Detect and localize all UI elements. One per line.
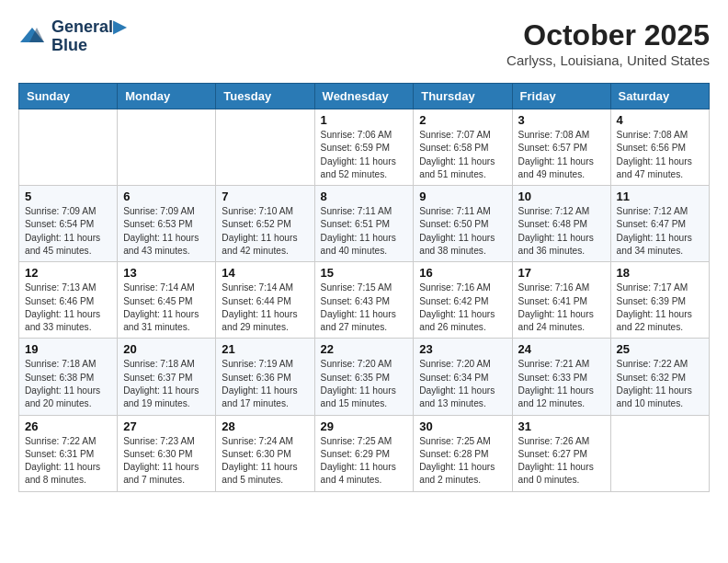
calendar-cell: 21Sunrise: 7:19 AM Sunset: 6:36 PM Dayli… xyxy=(216,339,314,415)
cell-content: Sunrise: 7:09 AM Sunset: 6:53 PM Dayligh… xyxy=(123,205,210,258)
calendar-cell: 22Sunrise: 7:20 AM Sunset: 6:35 PM Dayli… xyxy=(314,339,414,415)
calendar-cell: 9Sunrise: 7:11 AM Sunset: 6:50 PM Daylig… xyxy=(414,186,512,262)
calendar-cell xyxy=(118,109,216,186)
cell-content: Sunrise: 7:22 AM Sunset: 6:31 PM Dayligh… xyxy=(25,435,111,488)
cell-content: Sunrise: 7:06 AM Sunset: 6:59 PM Dayligh… xyxy=(321,129,408,181)
weekday-header-wednesday: Wednesday xyxy=(314,84,414,109)
cell-content: Sunrise: 7:08 AM Sunset: 6:57 PM Dayligh… xyxy=(518,129,605,181)
weekday-header-sunday: Sunday xyxy=(19,84,118,109)
day-number: 25 xyxy=(617,342,703,356)
cell-content: Sunrise: 7:11 AM Sunset: 6:50 PM Dayligh… xyxy=(419,205,506,258)
calendar-cell: 25Sunrise: 7:22 AM Sunset: 6:32 PM Dayli… xyxy=(610,339,709,415)
calendar-cell: 31Sunrise: 7:26 AM Sunset: 6:27 PM Dayli… xyxy=(512,415,610,491)
cell-content: Sunrise: 7:16 AM Sunset: 6:41 PM Dayligh… xyxy=(518,282,605,334)
cell-content: Sunrise: 7:12 AM Sunset: 6:48 PM Dayligh… xyxy=(518,205,605,258)
day-number: 29 xyxy=(321,419,408,433)
calendar-cell xyxy=(216,109,314,186)
logo: General▶ Blue xyxy=(18,18,126,55)
cell-content: Sunrise: 7:08 AM Sunset: 6:56 PM Dayligh… xyxy=(617,129,703,181)
cell-content: Sunrise: 7:10 AM Sunset: 6:52 PM Dayligh… xyxy=(222,205,308,258)
cell-content: Sunrise: 7:18 AM Sunset: 6:38 PM Dayligh… xyxy=(25,358,111,410)
day-number: 9 xyxy=(419,190,506,203)
day-number: 30 xyxy=(419,419,506,433)
day-number: 22 xyxy=(321,342,408,356)
day-number: 11 xyxy=(617,190,703,203)
calendar-cell: 2Sunrise: 7:07 AM Sunset: 6:58 PM Daylig… xyxy=(414,109,512,186)
calendar-cell: 18Sunrise: 7:17 AM Sunset: 6:39 PM Dayli… xyxy=(610,262,709,339)
calendar-cell: 6Sunrise: 7:09 AM Sunset: 6:53 PM Daylig… xyxy=(118,186,216,262)
weekday-header-tuesday: Tuesday xyxy=(216,84,314,109)
calendar-cell xyxy=(19,109,118,186)
calendar-cell: 17Sunrise: 7:16 AM Sunset: 6:41 PM Dayli… xyxy=(512,262,610,339)
calendar-week-4: 19Sunrise: 7:18 AM Sunset: 6:38 PM Dayli… xyxy=(19,339,710,415)
page-header: General▶ Blue October 2025 Carlyss, Loui… xyxy=(18,18,710,68)
weekday-header-saturday: Saturday xyxy=(610,84,709,109)
calendar-cell: 13Sunrise: 7:14 AM Sunset: 6:45 PM Dayli… xyxy=(118,262,216,339)
calendar-cell: 12Sunrise: 7:13 AM Sunset: 6:46 PM Dayli… xyxy=(19,262,118,339)
day-number: 28 xyxy=(222,419,308,433)
day-number: 8 xyxy=(321,190,408,203)
cell-content: Sunrise: 7:18 AM Sunset: 6:37 PM Dayligh… xyxy=(123,358,210,410)
cell-content: Sunrise: 7:12 AM Sunset: 6:47 PM Dayligh… xyxy=(617,205,703,258)
cell-content: Sunrise: 7:26 AM Sunset: 6:27 PM Dayligh… xyxy=(518,435,605,488)
calendar-cell: 5Sunrise: 7:09 AM Sunset: 6:54 PM Daylig… xyxy=(19,186,118,262)
cell-content: Sunrise: 7:21 AM Sunset: 6:33 PM Dayligh… xyxy=(518,358,605,410)
cell-content: Sunrise: 7:25 AM Sunset: 6:28 PM Dayligh… xyxy=(419,435,506,488)
calendar-cell: 3Sunrise: 7:08 AM Sunset: 6:57 PM Daylig… xyxy=(512,109,610,186)
day-number: 4 xyxy=(617,113,703,127)
day-number: 20 xyxy=(123,342,210,356)
cell-content: Sunrise: 7:17 AM Sunset: 6:39 PM Dayligh… xyxy=(617,282,703,334)
cell-content: Sunrise: 7:23 AM Sunset: 6:30 PM Dayligh… xyxy=(123,435,210,488)
day-number: 21 xyxy=(222,342,308,356)
day-number: 2 xyxy=(419,113,506,127)
month-title: October 2025 xyxy=(506,18,710,52)
calendar-cell: 27Sunrise: 7:23 AM Sunset: 6:30 PM Dayli… xyxy=(118,415,216,491)
calendar-cell xyxy=(610,415,709,491)
calendar-cell: 24Sunrise: 7:21 AM Sunset: 6:33 PM Dayli… xyxy=(512,339,610,415)
day-number: 31 xyxy=(518,419,605,433)
cell-content: Sunrise: 7:16 AM Sunset: 6:42 PM Dayligh… xyxy=(419,282,506,334)
day-number: 18 xyxy=(617,266,703,280)
calendar-table: SundayMondayTuesdayWednesdayThursdayFrid… xyxy=(18,83,710,492)
calendar-cell: 1Sunrise: 7:06 AM Sunset: 6:59 PM Daylig… xyxy=(314,109,414,186)
day-number: 17 xyxy=(518,266,605,280)
calendar-cell: 4Sunrise: 7:08 AM Sunset: 6:56 PM Daylig… xyxy=(610,109,709,186)
cell-content: Sunrise: 7:11 AM Sunset: 6:51 PM Dayligh… xyxy=(321,205,408,258)
calendar-cell: 16Sunrise: 7:16 AM Sunset: 6:42 PM Dayli… xyxy=(414,262,512,339)
day-number: 10 xyxy=(518,190,605,203)
cell-content: Sunrise: 7:20 AM Sunset: 6:34 PM Dayligh… xyxy=(419,358,506,410)
day-number: 24 xyxy=(518,342,605,356)
cell-content: Sunrise: 7:13 AM Sunset: 6:46 PM Dayligh… xyxy=(25,282,111,334)
calendar-week-3: 12Sunrise: 7:13 AM Sunset: 6:46 PM Dayli… xyxy=(19,262,710,339)
calendar-cell: 14Sunrise: 7:14 AM Sunset: 6:44 PM Dayli… xyxy=(216,262,314,339)
calendar-cell: 20Sunrise: 7:18 AM Sunset: 6:37 PM Dayli… xyxy=(118,339,216,415)
calendar-week-1: 1Sunrise: 7:06 AM Sunset: 6:59 PM Daylig… xyxy=(19,109,710,186)
calendar-cell: 29Sunrise: 7:25 AM Sunset: 6:29 PM Dayli… xyxy=(314,415,414,491)
calendar-cell: 7Sunrise: 7:10 AM Sunset: 6:52 PM Daylig… xyxy=(216,186,314,262)
weekday-header-thursday: Thursday xyxy=(414,84,512,109)
weekday-header-row: SundayMondayTuesdayWednesdayThursdayFrid… xyxy=(19,84,710,109)
day-number: 5 xyxy=(25,190,111,203)
cell-content: Sunrise: 7:22 AM Sunset: 6:32 PM Dayligh… xyxy=(617,358,703,410)
calendar-week-2: 5Sunrise: 7:09 AM Sunset: 6:54 PM Daylig… xyxy=(19,186,710,262)
day-number: 16 xyxy=(419,266,506,280)
calendar-cell: 8Sunrise: 7:11 AM Sunset: 6:51 PM Daylig… xyxy=(314,186,414,262)
day-number: 23 xyxy=(419,342,506,356)
day-number: 27 xyxy=(123,419,210,433)
cell-content: Sunrise: 7:19 AM Sunset: 6:36 PM Dayligh… xyxy=(222,358,308,410)
day-number: 13 xyxy=(123,266,210,280)
cell-content: Sunrise: 7:07 AM Sunset: 6:58 PM Dayligh… xyxy=(419,129,506,181)
calendar-cell: 15Sunrise: 7:15 AM Sunset: 6:43 PM Dayli… xyxy=(314,262,414,339)
day-number: 19 xyxy=(25,342,111,356)
cell-content: Sunrise: 7:09 AM Sunset: 6:54 PM Dayligh… xyxy=(25,205,111,258)
day-number: 6 xyxy=(123,190,210,203)
day-number: 26 xyxy=(25,419,111,433)
calendar-cell: 11Sunrise: 7:12 AM Sunset: 6:47 PM Dayli… xyxy=(610,186,709,262)
cell-content: Sunrise: 7:25 AM Sunset: 6:29 PM Dayligh… xyxy=(321,435,408,488)
calendar-cell: 23Sunrise: 7:20 AM Sunset: 6:34 PM Dayli… xyxy=(414,339,512,415)
day-number: 15 xyxy=(321,266,408,280)
day-number: 7 xyxy=(222,190,308,203)
calendar-cell: 30Sunrise: 7:25 AM Sunset: 6:28 PM Dayli… xyxy=(414,415,512,491)
weekday-header-monday: Monday xyxy=(118,84,216,109)
cell-content: Sunrise: 7:24 AM Sunset: 6:30 PM Dayligh… xyxy=(222,435,308,488)
